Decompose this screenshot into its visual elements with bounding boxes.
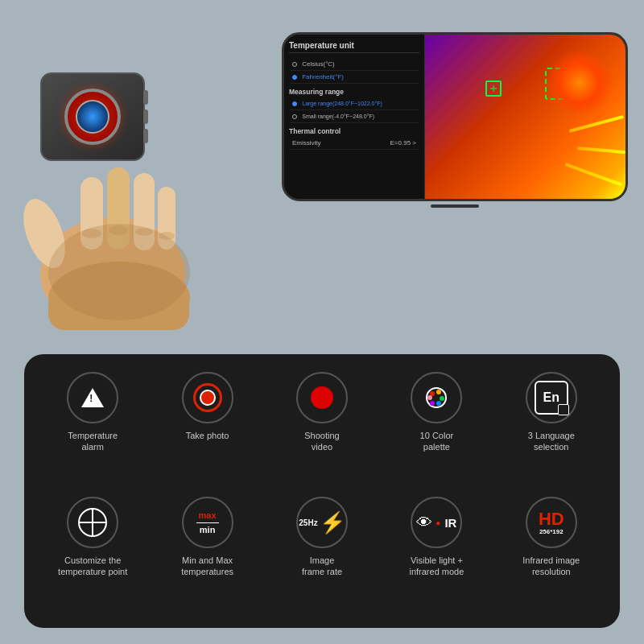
photo-label: Take photo [186,430,229,441]
large-range-dot [292,101,297,106]
top-section: Temperature unit Celsius(°C) Fahrenheit(… [0,0,644,338]
warning-triangle-icon [81,388,104,407]
camera-icon [193,383,222,412]
temp-point-label: Customize the temperature point [58,555,127,578]
phone-menu-panel: Temperature unit Celsius(°C) Fahrenheit(… [284,35,425,199]
svg-point-16 [440,396,444,401]
hd-text: HD [539,510,564,528]
ir-text: IR [444,516,456,530]
svg-point-12 [48,224,190,320]
alarm-label: Temperature alarm [68,430,118,453]
phone-menu-fahrenheit: Fahrenheit(°F) [289,71,419,84]
device-side-buttons [143,90,148,143]
feature-photo: Take photo [153,372,261,485]
framerate-label: Image frame rate [302,555,342,578]
feature-temp-point: Customize the temperature point [39,497,147,610]
svg-point-17 [436,401,441,406]
feature-resolution: HD 256*192 Infrared image resolution [497,497,605,610]
phone-thermal-view [425,35,625,199]
side-button-2 [143,109,148,124]
maxmin-icon: max min [196,510,219,534]
small-range-dot [292,114,297,119]
maxmin-icon-circle: max min [182,497,233,548]
device-lens-inner [76,100,109,134]
hd-icon: HD 256*192 [539,510,564,535]
phone-decor [282,204,628,208]
feature-alarm: Temperature alarm [39,372,147,485]
fahrenheit-dot [292,75,297,80]
alarm-icon-circle [67,372,118,423]
video-icon-circle [296,372,348,423]
eye-dot-icon: ● [436,518,440,527]
thermal-glow [543,51,616,115]
svg-point-14 [430,391,435,396]
palette-label: 10 Color palette [420,430,454,453]
celsius-dot [292,62,297,67]
min-text: min [200,525,216,535]
page-wrapper: Temperature unit Celsius(°C) Fahrenheit(… [0,0,644,644]
features-grid: Temperature alarm Take photo Shooting vi… [39,372,605,610]
fps-text: 25Hz [299,518,317,527]
crosshair-icon [78,508,107,537]
video-label: Shooting video [304,430,339,453]
language-label: 3 Language selection [528,430,575,453]
hd-resolution-text: 256*192 [539,528,564,535]
resolution-icon-circle: HD 256*192 [526,497,577,548]
phone-area: Temperature unit Celsius(°C) Fahrenheit(… [282,32,628,322]
phone-menu-title: Temperature unit [289,41,419,53]
max-min-divider [196,522,219,523]
lang-overlay [558,404,569,415]
phone-bar [431,204,479,208]
record-icon [311,386,333,409]
thermal-line-1 [568,115,624,133]
side-button-3 [143,129,148,143]
phone-body: Temperature unit Celsius(°C) Fahrenheit(… [282,32,628,201]
feature-palette: 10 Color palette [382,372,490,485]
thermal-crosshair [485,80,502,97]
thermal-line-3 [564,163,622,186]
feature-language: En 3 Language selection [497,372,605,485]
palette-icon [424,386,448,410]
svg-point-15 [436,390,441,394]
eye-icon: 👁 [416,514,432,532]
ir-icon-circle: 👁 ● IR [411,497,462,548]
thermal-control-title: Thermal control [289,127,419,135]
features-panel: Temperature alarm Take photo Shooting vi… [24,354,620,628]
feature-framerate: 25Hz ⚡ Image frame rate [268,497,376,610]
thermal-device [40,72,145,161]
max-text: max [199,510,217,520]
palette-icon-circle [411,372,462,423]
device-lens-outer [64,89,121,145]
camera-inner [200,390,216,406]
feature-ir: 👁 ● IR Visible light + infrared mode [382,497,490,610]
feature-video: Shooting video [268,372,376,485]
photo-icon-circle [182,372,233,423]
ir-icon: 👁 ● IR [416,514,456,532]
hand-device-area [16,8,306,330]
language-icon-circle: En [526,372,577,423]
feature-maxmin: max min Min and Max temperatures [153,497,261,610]
large-range-item: Large range(248.0°F~1022.0°F) [289,97,419,110]
resolution-label: Infrared image resolution [522,555,580,578]
small-range-item: Small range(-4.0°F~248.0°F) [289,110,419,123]
emissivity-item: Emissivity E=0.95 > [289,137,419,150]
en-text: En [543,390,559,405]
temp-point-icon-circle [67,497,118,548]
ir-label: Visible light + infrared mode [409,555,464,578]
phone-menu-celsius: Celsius(°C) [289,58,419,71]
thermal-line-2 [577,147,625,154]
measuring-range-title: Measuring range [289,88,419,96]
bolt-icon: ⚡ [320,510,345,535]
framerate-icon-circle: 25Hz ⚡ [296,497,348,548]
framerate-icon: 25Hz ⚡ [299,510,345,535]
svg-point-18 [430,401,435,406]
language-icon: En [535,381,568,415]
side-button-1 [143,90,148,105]
maxmin-label: Min and Max temperatures [181,555,233,578]
svg-point-19 [427,395,432,400]
